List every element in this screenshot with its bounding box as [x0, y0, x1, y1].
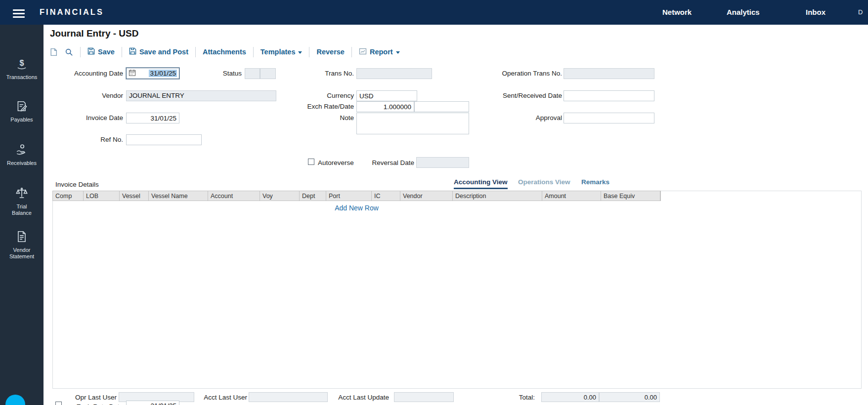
invoice-date-field[interactable] [126, 113, 179, 123]
invoice-details-grid: Comp LOB Vessel Vessel Name Account Voy … [52, 191, 862, 389]
note-field[interactable] [356, 113, 469, 134]
save-icon [129, 47, 136, 56]
invoice-date-label: Invoice Date [44, 114, 123, 122]
exch-date-field[interactable] [414, 101, 469, 112]
column-header-dept: Dept [300, 191, 326, 201]
ref-no-field[interactable] [126, 134, 202, 145]
reversal-date-field [416, 157, 469, 168]
tab-remarks[interactable]: Remarks [581, 178, 609, 188]
save-button[interactable]: Save [87, 47, 115, 56]
operation-trans-no-field [564, 68, 654, 79]
vendor-statement-icon [15, 236, 28, 244]
sidebar-item-vendor-statement[interactable]: Vendor Statement [0, 230, 43, 260]
approval-field[interactable] [564, 113, 654, 123]
column-header-vessel-name: Vessel Name [149, 191, 208, 201]
accounting-date-label: Accounting Date [44, 70, 123, 77]
tab-operations-view[interactable]: Operations View [518, 178, 570, 188]
exch-rate-field[interactable] [356, 101, 414, 112]
column-header-account: Account [208, 191, 260, 201]
ref-no-label: Ref No. [44, 136, 123, 143]
acct-last-user-label: Acct Last User [168, 394, 247, 401]
trial-balance-icon [15, 193, 28, 201]
column-header-vessel: Vessel [120, 191, 149, 201]
trans-no-label: Trans No. [275, 70, 354, 77]
status-field-2 [260, 68, 276, 79]
add-new-row-link[interactable]: Add New Row [53, 204, 660, 212]
toolbar-separator [122, 47, 122, 57]
accounting-date-field[interactable]: 31/01/25 [126, 68, 179, 79]
opr-last-user-label: Opr Last User [38, 394, 117, 401]
grid-header-row: Comp LOB Vessel Vessel Name Account Voy … [52, 191, 661, 201]
chevron-down-icon [396, 51, 400, 54]
reversal-date-label: Reversal Date [335, 159, 414, 166]
toolbar-separator [80, 47, 81, 57]
clipped-row-date-field[interactable]: 31/01/25 [126, 401, 179, 405]
toolbar-separator [195, 47, 196, 57]
sidebar-item-receivables[interactable]: Receivables [0, 143, 43, 166]
currency-field[interactable] [356, 90, 417, 101]
page-title: Journal Entry - USD [50, 28, 138, 39]
tab-accounting-view[interactable]: Accounting View [454, 178, 508, 189]
acct-last-update-label: Acct Last Update [310, 394, 389, 401]
total-base-equiv-field: 0.00 [599, 392, 660, 402]
autoreverse-checkbox[interactable] [308, 159, 314, 165]
exch-rate-date-label: Exch Rate/Date [275, 103, 354, 110]
templates-menu-button[interactable]: Templates [260, 48, 303, 56]
total-amount-field: 0.00 [541, 392, 599, 402]
transactions-icon: $ [15, 63, 28, 72]
sidebar-item-transactions[interactable]: $ Transactions [0, 57, 43, 81]
sent-received-date-field[interactable] [564, 90, 654, 101]
nav-network[interactable]: Network [662, 8, 692, 16]
clipped-row-label: Exch Rate Date [64, 403, 123, 405]
new-document-button[interactable] [49, 48, 58, 56]
save-and-post-button[interactable]: Save and Post [129, 47, 188, 56]
column-header-ic: IC [372, 191, 400, 201]
toolbar-separator [309, 47, 309, 57]
search-button[interactable] [65, 48, 73, 56]
column-header-comp: Comp [53, 191, 84, 201]
nav-inbox[interactable]: Inbox [806, 8, 825, 16]
accounting-date-value: 31/01/25 [149, 70, 177, 77]
svg-text:$: $ [19, 58, 24, 67]
payables-icon [15, 106, 28, 114]
invoice-details-label: Invoice Details [55, 181, 99, 188]
column-header-base-equiv: Base Equiv [601, 191, 660, 201]
status-label: Status [192, 70, 242, 77]
column-header-port: Port [326, 191, 372, 201]
acct-last-update-field [394, 392, 454, 402]
clipped-topbar-item[interactable]: D [858, 8, 863, 16]
total-label: Total: [456, 394, 535, 401]
attachments-button[interactable]: Attachments [203, 48, 246, 56]
save-icon [87, 47, 95, 56]
vendor-label: Vendor [44, 92, 123, 99]
trans-no-field [356, 68, 432, 79]
approval-label: Approval [483, 114, 562, 122]
column-header-lob: LOB [84, 191, 120, 201]
app-title: FINANCIALS [40, 7, 104, 17]
column-header-amount: Amount [542, 191, 601, 201]
report-icon [359, 47, 367, 57]
toolbar: Save Save and Post Attachments Templates… [49, 44, 400, 59]
column-header-voy: Voy [260, 191, 300, 201]
sent-received-date-label: Sent/Received Date [483, 92, 562, 99]
clipped-row-checkbox[interactable] [55, 402, 62, 405]
report-menu-button[interactable]: Report [359, 47, 400, 57]
note-label: Note [275, 114, 354, 122]
status-field-1 [245, 68, 260, 79]
chevron-down-icon [298, 51, 302, 54]
nav-analytics[interactable]: Analytics [727, 8, 760, 16]
hamburger-menu-icon[interactable] [13, 7, 25, 20]
vendor-field: JOURNAL ENTRY [126, 90, 276, 101]
topbar: FINANCIALS Network Analytics Inbox D [0, 0, 868, 25]
calendar-icon[interactable] [129, 69, 136, 78]
sidebar-item-trial-balance[interactable]: Trial Balance [0, 187, 43, 216]
toolbar-separator [351, 47, 352, 57]
sidebar-item-payables[interactable]: Payables [0, 100, 43, 123]
toolbar-separator [253, 47, 254, 57]
receivables-icon [15, 149, 28, 158]
sidebar: $ Transactions Payables Receivables Tria… [0, 25, 43, 405]
reverse-button[interactable]: Reverse [316, 48, 344, 56]
currency-label: Currency [275, 92, 354, 99]
column-header-description: Description [453, 191, 542, 201]
operation-trans-no-label: Operation Trans No. [483, 70, 562, 77]
